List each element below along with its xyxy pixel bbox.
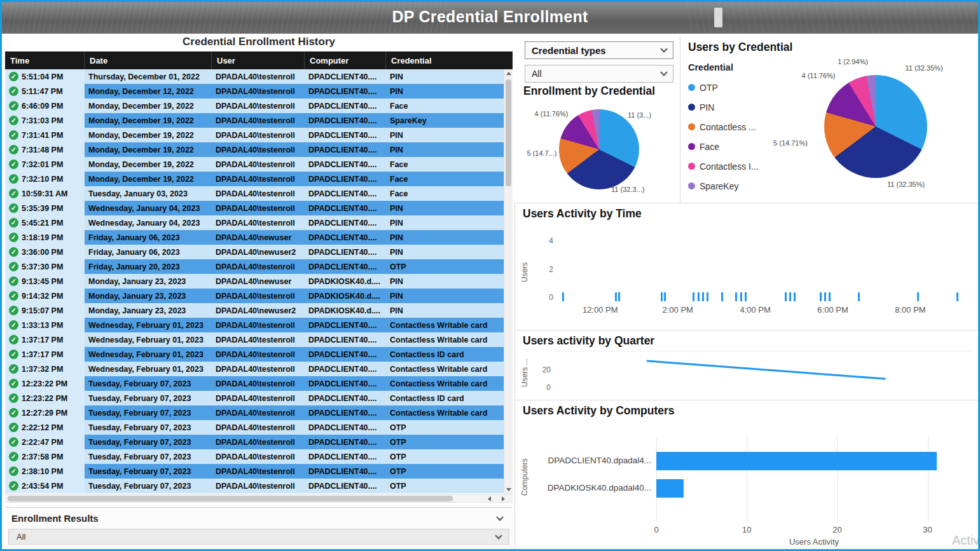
pie-callout: 11 (32.35%) <box>904 64 944 73</box>
success-check-icon: ✓ <box>9 437 18 447</box>
cell-time: ✓7:31:03 PM <box>5 113 85 128</box>
cell-credential: Contactless Writable card <box>386 332 504 347</box>
column-header-credential[interactable]: Credential <box>386 51 513 69</box>
legend-item[interactable]: Contactless ... <box>688 117 759 137</box>
table-row[interactable]: ✓2:22:47 PMTuesday, February 07, 2023DPA… <box>5 435 504 449</box>
table-row[interactable]: ✓2:43:54 PMTuesday, February 07, 2023DPA… <box>5 479 504 493</box>
activity-tick-mark[interactable] <box>785 292 787 301</box>
activity-tick-mark[interactable] <box>618 292 620 301</box>
table-row[interactable]: ✓12:27:29 PMTuesday, February 07, 2023DP… <box>5 405 504 420</box>
scroll-down-icon[interactable] <box>506 488 511 491</box>
table-row[interactable]: ✓7:32:10 PMMonday, December 19, 2022DPAD… <box>5 172 504 186</box>
cell-credential: PIN <box>386 201 504 215</box>
legend-item[interactable]: OTP <box>688 78 759 97</box>
table-row[interactable]: ✓2:38:10 PMTuesday, February 07, 2023DPA… <box>5 464 504 479</box>
activity-tick-mark[interactable] <box>702 292 704 301</box>
legend-item[interactable]: SpareKey <box>688 176 759 196</box>
table-row[interactable]: ✓10:59:31 AMTuesday, January 03, 2023DPA… <box>5 186 504 201</box>
activity-tick-mark[interactable] <box>735 292 737 301</box>
activity-tick-mark[interactable] <box>858 292 860 301</box>
column-header-date[interactable]: Date <box>85 51 212 69</box>
table-row[interactable]: ✓5:51:04 PMThursday, December 01, 2022DP… <box>5 69 504 84</box>
enrollment-by-credential-pie[interactable] <box>559 109 639 189</box>
activity-tick-mark[interactable] <box>829 292 831 301</box>
table-row[interactable]: ✓5:45:21 PMWednesday, January 04, 2023DP… <box>5 215 504 230</box>
legend-item[interactable]: Face <box>688 137 759 156</box>
activity-tick-mark[interactable] <box>745 292 747 301</box>
column-header-user[interactable]: User <box>212 51 305 69</box>
table-row[interactable]: ✓3:18:19 PMFriday, January 06, 2023DPADA… <box>5 230 504 245</box>
legend-item[interactable]: Contactless I... <box>688 156 759 176</box>
table-row[interactable]: ✓1:37:32 PMWednesday, February 01, 2023D… <box>5 362 504 376</box>
computer-activity-bar[interactable] <box>656 452 937 470</box>
table-row[interactable]: ✓3:36:00 PMFriday, January 06, 2023DPADA… <box>5 245 504 259</box>
pie-callout: 11 (32.35%) <box>887 180 963 189</box>
cell-user: DPADAL40\testenroll <box>212 464 305 479</box>
activity-tick-mark[interactable] <box>789 292 791 301</box>
cell-date: Monday, December 19, 2022 <box>85 172 212 186</box>
activity-tick-mark[interactable] <box>820 292 822 301</box>
table-row[interactable]: ✓7:31:48 PMMonday, December 19, 2022DPAD… <box>5 142 504 157</box>
activity-tick-mark[interactable] <box>956 292 958 301</box>
cell-computer: DPADCLIENT40.... <box>305 259 386 274</box>
table-row[interactable]: ✓5:35:39 PMWednesday, January 04, 2023DP… <box>5 201 504 215</box>
table-row[interactable]: ✓1:33:13 PMWednesday, February 01, 2023D… <box>5 318 504 332</box>
vertical-scrollbar[interactable] <box>504 69 513 494</box>
table-row[interactable]: ✓7:31:41 PMMonday, December 19, 2022DPAD… <box>5 128 504 142</box>
scroll-up-icon[interactable] <box>506 72 511 75</box>
cell-credential: Contactless ID card <box>386 391 504 405</box>
scroll-left-icon[interactable] <box>488 496 491 501</box>
scroll-right-icon[interactable] <box>502 496 505 501</box>
cell-user: DPADAL40\testenroll <box>212 479 305 493</box>
activity-tick-mark[interactable] <box>824 292 826 301</box>
table-row[interactable]: ✓12:23:22 PMTuesday, February 07, 2023DP… <box>5 376 504 391</box>
cell-computer: DPADKIOSK40.d.... <box>305 303 386 318</box>
activity-tick-mark[interactable] <box>693 292 694 301</box>
table-row[interactable]: ✓9:15:07 PMMonday, January 23, 2023DPADA… <box>5 303 504 318</box>
activity-tick-mark[interactable] <box>562 292 564 301</box>
partial-activity-text: Activ <box>952 533 979 548</box>
activity-tick-mark[interactable] <box>615 292 617 301</box>
activity-tick-mark[interactable] <box>698 292 700 301</box>
cell-computer: DPADCLIENT40.... <box>305 479 386 493</box>
quarter-trend-line[interactable] <box>515 330 979 400</box>
activity-tick-mark[interactable] <box>794 292 796 301</box>
horizontal-scroll-thumb[interactable] <box>8 496 453 501</box>
table-row[interactable]: ✓7:31:03 PMMonday, December 19, 2022DPAD… <box>5 113 504 128</box>
activity-tick-mark[interactable] <box>721 292 723 301</box>
users-activity-by-computers-panel: Users Activity by Computers Computers Us… <box>514 400 978 549</box>
legend-item[interactable]: PIN <box>688 97 759 117</box>
cell-credential: PIN <box>386 142 504 157</box>
enrollment-results-header[interactable]: Enrollment Results <box>5 508 513 529</box>
gridline <box>747 437 747 522</box>
table-row[interactable]: ✓9:13:45 PMMonday, January 23, 2023DPADA… <box>5 274 504 289</box>
users-by-credential-pie[interactable] <box>824 75 927 178</box>
computer-activity-bar[interactable] <box>656 479 684 498</box>
column-header-time[interactable]: Time <box>5 51 85 69</box>
table-row[interactable]: ✓6:46:09 PMMonday, December 19, 2022DPAD… <box>5 99 504 113</box>
credential-types-dropdown[interactable]: Credential types <box>525 41 673 59</box>
table-row[interactable]: ✓5:11:47 PMMonday, December 12, 2022DPAD… <box>5 84 504 99</box>
table-row[interactable]: ✓5:37:30 PMFriday, January 20, 2023DPADA… <box>5 259 504 274</box>
cell-date: Tuesday, January 03, 2023 <box>85 186 212 201</box>
activity-tick-mark[interactable] <box>740 292 742 301</box>
horizontal-scrollbar[interactable] <box>5 494 513 503</box>
table-row[interactable]: ✓2:22:12 PMTuesday, February 07, 2023DPA… <box>5 420 504 435</box>
activity-tick-mark[interactable] <box>707 292 708 301</box>
chevron-down-icon[interactable] <box>496 514 503 520</box>
table-row[interactable]: ✓1:37:17 PMWednesday, February 01, 2023D… <box>5 347 504 362</box>
column-header-computer[interactable]: Computer <box>305 51 386 69</box>
activity-tick-mark[interactable] <box>661 292 663 301</box>
table-row[interactable]: ✓12:23:22 PMTuesday, February 07, 2023DP… <box>5 391 504 405</box>
table-row[interactable]: ✓7:32:01 PMMonday, December 19, 2022DPAD… <box>5 157 504 172</box>
table-row[interactable]: ✓2:37:58 PMTuesday, February 07, 2023DPA… <box>5 449 504 464</box>
table-row[interactable]: ✓9:14:32 PMMonday, January 23, 2023DPADA… <box>5 289 504 303</box>
table-row[interactable]: ✓1:37:17 PMWednesday, February 01, 2023D… <box>5 332 504 347</box>
credential-types-value-dropdown[interactable]: All <box>525 65 673 83</box>
cell-computer: DPADCLIENT40.... <box>305 362 386 376</box>
header-scroll-indicator[interactable] <box>714 8 722 27</box>
activity-tick-mark[interactable] <box>664 292 666 301</box>
enrollment-results-filter-dropdown[interactable]: All <box>8 529 509 545</box>
vertical-scroll-thumb[interactable] <box>506 79 511 186</box>
activity-tick-mark[interactable] <box>917 292 919 301</box>
